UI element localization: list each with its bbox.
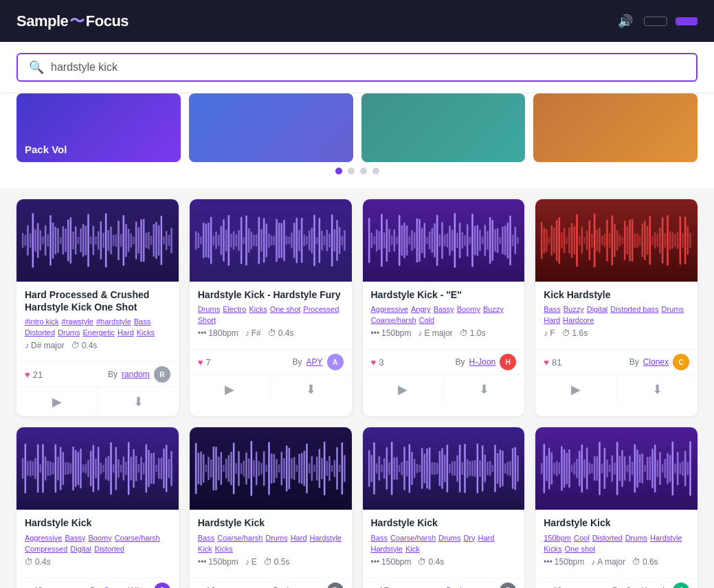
tag[interactable]: Distorted bass: [610, 305, 658, 313]
nav-upload[interactable]: [222, 16, 238, 27]
waveform-area[interactable]: [535, 427, 698, 510]
tag[interactable]: Bassy: [434, 305, 454, 313]
tag[interactable]: #hardstyle: [96, 317, 131, 326]
tag[interactable]: Drums: [58, 328, 80, 337]
waveform-area[interactable]: [16, 199, 179, 282]
author-name[interactable]: bass man: [287, 586, 322, 588]
login-button[interactable]: [644, 16, 667, 26]
tag[interactable]: Bass: [198, 534, 214, 542]
carousel-card-3[interactable]: [361, 93, 526, 162]
tag[interactable]: Kick: [198, 545, 212, 553]
tag[interactable]: Hard: [291, 534, 307, 542]
tag[interactable]: Aggressive: [25, 534, 62, 542]
tag[interactable]: Distorted: [94, 545, 124, 553]
tag[interactable]: Energetic: [82, 328, 114, 337]
tag[interactable]: Buzzy: [564, 305, 584, 313]
tag[interactable]: Drums: [198, 305, 220, 313]
volume-icon-button[interactable]: 🔊: [615, 11, 636, 32]
author-name[interactable]: bass man: [460, 586, 495, 588]
tag[interactable]: Digital: [587, 305, 608, 313]
tag[interactable]: Distorted: [592, 534, 623, 542]
nav-categories[interactable]: [156, 16, 172, 27]
logo[interactable]: Sample〜Focus: [16, 11, 129, 32]
waveform-area[interactable]: [535, 199, 698, 282]
download-button[interactable]: ⬇: [444, 375, 524, 404]
nav-collections[interactable]: [200, 16, 216, 27]
tag[interactable]: #intro kick: [25, 317, 59, 326]
carousel-card-2[interactable]: [189, 93, 353, 162]
tag[interactable]: One shot: [270, 305, 301, 313]
tag[interactable]: Kicks: [544, 545, 561, 553]
tag[interactable]: Kicks: [215, 545, 233, 553]
tag[interactable]: Hardstyle: [310, 534, 342, 542]
tag[interactable]: Hard: [478, 534, 495, 542]
tag[interactable]: Processed: [303, 305, 339, 313]
tag[interactable]: Coarse/harsh: [115, 534, 160, 542]
play-button[interactable]: ▶: [190, 375, 271, 404]
tag[interactable]: Angry: [411, 305, 431, 313]
carousel-dot-2[interactable]: [348, 168, 355, 174]
tag[interactable]: Drums: [265, 534, 287, 542]
tag[interactable]: Cold: [419, 316, 435, 324]
nav-tags[interactable]: [178, 16, 194, 27]
tag[interactable]: Drums: [625, 534, 647, 542]
tag[interactable]: Dry: [463, 534, 475, 542]
waveform-area[interactable]: [363, 427, 525, 510]
carousel-dot-3[interactable]: [360, 168, 367, 174]
download-button[interactable]: ⬇: [98, 387, 178, 416]
carousel-card-1[interactable]: Pack Vol: [16, 93, 181, 162]
carousel-dot-1[interactable]: [335, 168, 342, 174]
download-button[interactable]: ⬇: [617, 375, 698, 404]
tag[interactable]: #rawstyle: [62, 317, 93, 326]
tag[interactable]: Kicks: [249, 305, 267, 313]
tag[interactable]: Kick: [405, 545, 420, 553]
tag[interactable]: One shot: [565, 545, 596, 553]
tag[interactable]: Coarse/harsh: [371, 316, 416, 324]
carousel-dot-4[interactable]: [372, 168, 379, 174]
author-name[interactable]: H-Joon: [469, 357, 496, 367]
waveform-area[interactable]: [363, 199, 525, 282]
tag[interactable]: Hard: [544, 316, 560, 324]
tag[interactable]: Bassy: [65, 534, 85, 542]
tag[interactable]: Hardcore: [563, 316, 594, 324]
tag[interactable]: Coarse/harsh: [217, 534, 263, 542]
download-button[interactable]: ⬇: [271, 375, 351, 404]
tag[interactable]: Boomy: [457, 305, 480, 313]
waveform-area[interactable]: [190, 199, 352, 282]
tag[interactable]: Hardstyle: [371, 545, 403, 553]
play-button[interactable]: ▶: [363, 375, 444, 404]
tag[interactable]: Kicks: [137, 328, 155, 337]
tag[interactable]: Digital: [70, 545, 91, 553]
tag[interactable]: Drums: [438, 534, 460, 542]
signup-button[interactable]: [676, 17, 698, 25]
author-name[interactable]: Clonex: [643, 357, 669, 367]
author-name[interactable]: Søren Witt...: [104, 586, 150, 588]
play-button[interactable]: ▶: [535, 375, 616, 404]
nav-about[interactable]: [244, 16, 260, 27]
tag[interactable]: Bass: [544, 305, 560, 313]
tag[interactable]: Cool: [574, 534, 590, 542]
tag[interactable]: Coarse/harsh: [390, 534, 436, 542]
author-name[interactable]: Jan Kuzmic: [626, 586, 669, 588]
tag[interactable]: Short: [198, 316, 216, 324]
tag[interactable]: Hardstyle: [650, 534, 682, 542]
waveform-area[interactable]: [190, 427, 352, 510]
carousel-card-4[interactable]: [533, 93, 698, 162]
nav-blog[interactable]: [266, 16, 282, 27]
tag[interactable]: Aggressive: [371, 305, 408, 313]
tag[interactable]: Buzzy: [483, 305, 504, 313]
tag[interactable]: Bass: [134, 317, 150, 326]
author-name[interactable]: random: [122, 370, 150, 379]
author-name[interactable]: APY: [306, 357, 322, 367]
tag[interactable]: Distorted: [25, 328, 55, 337]
search-input[interactable]: [51, 61, 685, 74]
tag[interactable]: Compressed: [25, 545, 67, 553]
play-button[interactable]: ▶: [16, 387, 98, 416]
tag[interactable]: Bass: [371, 534, 388, 542]
tag[interactable]: Drums: [662, 305, 684, 313]
tag[interactable]: Boomy: [88, 534, 111, 542]
waveform-area[interactable]: [16, 427, 179, 510]
tag[interactable]: Hard: [118, 328, 134, 337]
tag[interactable]: Electro: [223, 305, 246, 313]
tag[interactable]: 150bpm: [544, 534, 571, 542]
